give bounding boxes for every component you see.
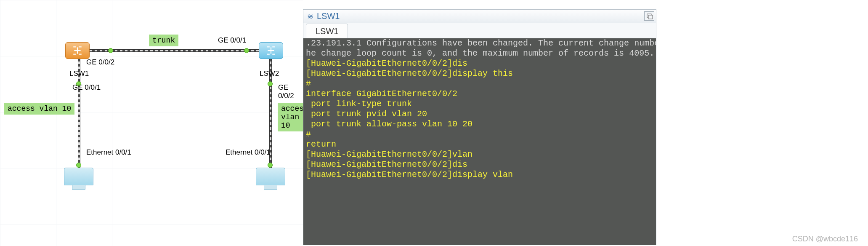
- tabbar: LSW1: [303, 23, 656, 38]
- iface-label: Ethernet 0/0/1: [226, 148, 271, 157]
- terminal-line: [Huawei-GigabitEthernet0/0/2]vlan: [306, 150, 653, 160]
- terminal-line: port link-type trunk: [306, 99, 653, 109]
- terminal-line: [Huawei-GigabitEthernet0/0/2]dis: [306, 59, 653, 69]
- topology-canvas[interactable]: LSW1 LSW2 trunk access vlan 10 access vl…: [0, 0, 303, 246]
- terminal-line: [Huawei-GigabitEthernet0/0/2]display vla…: [306, 170, 653, 180]
- terminal-line: [Huawei-GigabitEthernet0/0/2]display thi…: [306, 69, 653, 79]
- svg-rect-0: [73, 46, 76, 47]
- terminal-line: return: [306, 139, 653, 150]
- switch-icon: [70, 45, 85, 56]
- terminal-line: interface GigabitEthernet0/0/2: [306, 89, 653, 99]
- tab-lsw1[interactable]: LSW1: [306, 24, 348, 38]
- svg-rect-3: [79, 54, 82, 55]
- terminal-line: .23.191.3.1 Configurations have been cha…: [306, 38, 653, 48]
- terminal-line: port trunk allow-pass vlan 10 20: [306, 119, 653, 129]
- iface-label: GE 0/0/1: [218, 36, 246, 45]
- svg-rect-9: [272, 54, 275, 55]
- terminal-line: he change loop count is 0, and the maxim…: [306, 48, 653, 59]
- svg-rect-1: [79, 46, 82, 47]
- restore-button[interactable]: [644, 11, 654, 21]
- port-dot: [244, 48, 249, 53]
- device-lsw1[interactable]: [65, 42, 90, 59]
- terminal-output[interactable]: .23.191.3.1 Configurations have been cha…: [303, 38, 656, 245]
- device-label-lsw1: LSW1: [69, 70, 89, 78]
- titlebar[interactable]: ≋ LSW1: [303, 10, 656, 23]
- iface-label: Ethernet 0/0/1: [86, 148, 131, 157]
- tag-trunk: trunk: [149, 35, 178, 46]
- terminal-line: #: [306, 129, 653, 139]
- switch-icon: [263, 45, 279, 56]
- port-dot: [76, 163, 81, 168]
- device-pc-right[interactable]: [256, 168, 285, 185]
- port-dot: [268, 81, 273, 86]
- svg-rect-7: [272, 46, 275, 47]
- svg-rect-13: [648, 15, 653, 19]
- window-title: LSW1: [317, 11, 340, 21]
- port-dot: [108, 48, 113, 53]
- iface-label: GE 0/0/2: [278, 83, 303, 100]
- app-icon: ≋: [306, 12, 314, 21]
- device-pc-left[interactable]: [64, 168, 93, 185]
- watermark: CSDN @wbcde116: [792, 235, 858, 243]
- terminal-line: port trunk pvid vlan 20: [306, 109, 653, 119]
- svg-rect-2: [73, 54, 76, 55]
- device-lsw2[interactable]: [259, 42, 283, 59]
- svg-rect-11: [268, 50, 274, 51]
- svg-rect-6: [267, 46, 270, 47]
- tag-access-left: access vlan 10: [4, 103, 74, 115]
- port-dot: [268, 163, 273, 168]
- terminal-window[interactable]: ≋ LSW1 LSW1 .23.191.3.1 Configurations h…: [303, 9, 656, 245]
- svg-rect-5: [74, 50, 80, 51]
- svg-rect-8: [267, 54, 270, 55]
- restore-icon: [645, 12, 655, 21]
- terminal-line: [Huawei-GigabitEthernet0/0/2]dis: [306, 160, 653, 170]
- device-label-lsw2: LSW2: [260, 70, 279, 78]
- iface-label: GE 0/0/2: [86, 58, 114, 67]
- iface-label: GE 0/0/1: [72, 83, 101, 92]
- terminal-line: #: [306, 79, 653, 89]
